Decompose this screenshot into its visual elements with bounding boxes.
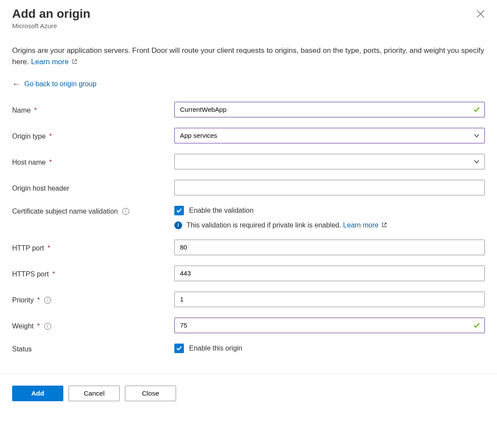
back-link-label: Go back to origin group <box>24 80 96 88</box>
footer-actions: Add Cancel Close <box>0 373 497 413</box>
validation-info-text: This validation is required if private l… <box>186 221 343 229</box>
back-link[interactable]: ← Go back to origin group <box>12 80 485 88</box>
validation-info-message: i This validation is required if private… <box>174 221 485 229</box>
page-subtitle: Microsoft Azure <box>12 22 485 29</box>
checkmark-icon <box>176 208 182 214</box>
add-button[interactable]: Add <box>12 386 63 401</box>
required-asterisk: * <box>49 133 52 140</box>
required-asterisk: * <box>49 159 52 166</box>
host-name-select[interactable] <box>174 154 485 169</box>
required-asterisk: * <box>52 270 55 278</box>
name-label: Name <box>12 107 31 114</box>
http-port-input[interactable] <box>174 240 485 255</box>
panel-header: Add an origin Microsoft Azure <box>12 6 485 29</box>
close-icon[interactable] <box>476 10 485 18</box>
https-port-input[interactable] <box>174 266 485 281</box>
page-title: Add an origin <box>12 6 485 21</box>
priority-input[interactable] <box>174 292 485 307</box>
https-port-label: HTTPS port <box>12 270 49 278</box>
weight-label: Weight <box>12 322 34 330</box>
http-port-label: HTTP port <box>12 244 44 252</box>
origin-type-label: Origin type <box>12 133 46 140</box>
intro-body: Origins are your application servers. Fr… <box>12 46 484 66</box>
enable-validation-label: Enable the validation <box>189 207 254 214</box>
validation-learn-more-link[interactable]: Learn more <box>343 221 387 229</box>
origin-host-header-label: Origin host header <box>12 185 69 192</box>
enable-origin-checkbox[interactable] <box>174 344 184 353</box>
close-button[interactable]: Close <box>125 386 176 401</box>
required-asterisk: * <box>37 296 40 304</box>
info-icon[interactable]: i <box>44 323 51 330</box>
enable-origin-label: Enable this origin <box>189 344 242 352</box>
intro-text: Origins are your application servers. Fr… <box>12 45 485 68</box>
info-solid-icon: i <box>174 221 182 229</box>
host-name-label: Host name <box>12 159 46 166</box>
cert-validation-label: Certificate subject name validation <box>12 208 118 215</box>
arrow-left-icon: ← <box>12 80 20 88</box>
enable-validation-checkbox[interactable] <box>174 206 184 215</box>
status-label: Status <box>12 345 32 353</box>
required-asterisk: * <box>37 322 40 330</box>
origin-host-header-input[interactable] <box>174 180 485 195</box>
cancel-button[interactable]: Cancel <box>69 386 120 401</box>
priority-label: Priority <box>12 296 34 304</box>
name-input[interactable] <box>174 102 485 117</box>
info-icon[interactable]: i <box>122 208 129 215</box>
weight-input[interactable] <box>174 318 485 333</box>
intro-learn-more-link[interactable]: Learn more <box>31 58 78 66</box>
checkmark-icon <box>176 345 182 351</box>
external-link-icon <box>381 222 387 228</box>
info-icon[interactable]: i <box>44 297 51 304</box>
required-asterisk: * <box>48 244 50 252</box>
origin-type-select[interactable]: App services <box>174 128 485 143</box>
required-asterisk: * <box>34 107 37 114</box>
external-link-icon <box>72 58 78 65</box>
